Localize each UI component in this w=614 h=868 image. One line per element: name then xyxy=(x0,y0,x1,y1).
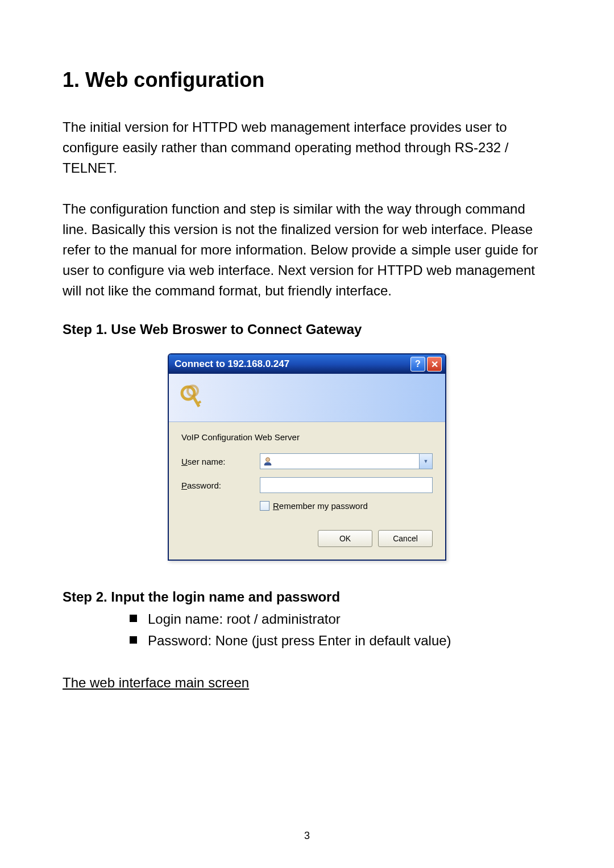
username-combo[interactable]: ▼ xyxy=(260,453,433,469)
help-button[interactable]: ? xyxy=(410,357,425,372)
user-head-icon xyxy=(263,456,273,466)
intro-paragraph-1: The initial version for HTTPD web manage… xyxy=(63,117,551,178)
keys-icon xyxy=(179,383,209,412)
dialog-title: Connect to 192.168.0.247 xyxy=(175,358,289,370)
connect-dialog: Connect to 192.168.0.247 ? ✕ VoIP xyxy=(168,353,446,561)
step1-heading: Step 1. Use Web Broswer to Connect Gatew… xyxy=(63,322,551,337)
password-input[interactable] xyxy=(260,477,433,493)
intro-paragraph-2: The configuration function and step is s… xyxy=(63,199,551,301)
password-label: Password: xyxy=(181,481,260,490)
remember-label: Remember my password xyxy=(273,501,368,511)
dialog-buttons: OK Cancel xyxy=(181,530,433,547)
dialog-banner xyxy=(169,374,445,422)
web-interface-link: The web interface main screen xyxy=(63,675,551,691)
bullet-password: Password: None (just press Enter in defa… xyxy=(130,630,551,652)
ok-button[interactable]: OK xyxy=(318,530,372,547)
username-label: User name: xyxy=(181,457,260,466)
step2-heading: Step 2. Input the login name and passwor… xyxy=(63,589,551,605)
realm-text: VoIP Configuration Web Server xyxy=(181,432,433,442)
dialog-body: VoIP Configuration Web Server User name: xyxy=(169,422,445,560)
password-row: Password: xyxy=(181,477,433,493)
dialog-titlebar: Connect to 192.168.0.247 ? ✕ xyxy=(169,354,445,374)
close-button[interactable]: ✕ xyxy=(427,357,442,372)
titlebar-buttons: ? ✕ xyxy=(410,357,442,372)
bullet-login: Login name: root / administrator xyxy=(130,608,551,630)
connect-dialog-screenshot: Connect to 192.168.0.247 ? ✕ VoIP xyxy=(63,353,551,561)
step2-bullets: Login name: root / administrator Passwor… xyxy=(63,608,551,652)
svg-point-4 xyxy=(266,458,270,462)
cancel-button[interactable]: Cancel xyxy=(378,530,433,547)
remember-checkbox[interactable] xyxy=(260,501,269,511)
username-input[interactable] xyxy=(260,454,419,469)
remember-row: Remember my password xyxy=(260,501,433,511)
page-title: 1. Web configuration xyxy=(63,68,551,92)
username-row: User name: ▼ xyxy=(181,453,433,469)
page-number: 3 xyxy=(0,830,614,842)
combo-dropdown-arrow[interactable]: ▼ xyxy=(419,454,432,469)
